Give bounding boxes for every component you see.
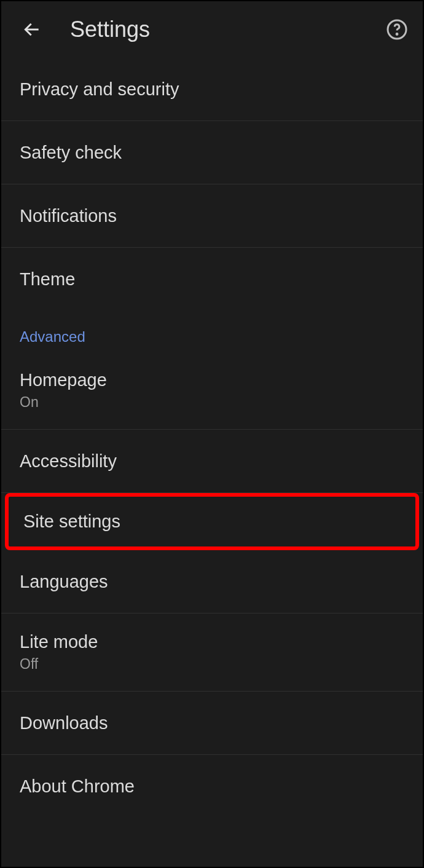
settings-item-languages[interactable]: Languages <box>1 550 423 614</box>
settings-item-notifications[interactable]: Notifications <box>1 184 423 248</box>
back-arrow-icon <box>22 20 42 39</box>
item-label: Safety check <box>20 143 404 163</box>
item-label: Privacy and security <box>20 79 404 100</box>
settings-item-privacy[interactable]: Privacy and security <box>1 58 423 121</box>
settings-item-about[interactable]: About Chrome <box>1 755 423 818</box>
item-sublabel: On <box>20 394 404 411</box>
item-label: Homepage <box>20 370 404 390</box>
item-label: Notifications <box>20 206 404 226</box>
item-label: Theme <box>20 269 404 290</box>
item-sublabel: Off <box>20 656 404 673</box>
section-header-advanced: Advanced <box>1 311 423 352</box>
back-button[interactable] <box>18 16 45 43</box>
item-label: Lite mode <box>20 632 404 652</box>
svg-point-2 <box>396 34 398 35</box>
page-title: Settings <box>70 17 383 42</box>
settings-item-theme[interactable]: Theme <box>1 248 423 311</box>
item-label: Languages <box>20 572 404 592</box>
settings-item-accessibility[interactable]: Accessibility <box>1 430 423 493</box>
settings-item-lite[interactable]: Lite mode Off <box>1 614 423 692</box>
help-button[interactable] <box>383 16 410 43</box>
settings-item-downloads[interactable]: Downloads <box>1 692 423 755</box>
settings-item-homepage[interactable]: Homepage On <box>1 352 423 430</box>
settings-list: Privacy and security Safety check Notifi… <box>1 58 423 818</box>
item-label: Accessibility <box>20 451 404 471</box>
settings-item-site[interactable]: Site settings <box>5 493 419 550</box>
item-label: About Chrome <box>20 776 404 797</box>
item-label: Downloads <box>20 713 404 733</box>
item-label: Site settings <box>23 511 401 532</box>
header: Settings <box>1 1 423 58</box>
settings-item-safety[interactable]: Safety check <box>1 121 423 184</box>
help-icon <box>386 18 408 41</box>
